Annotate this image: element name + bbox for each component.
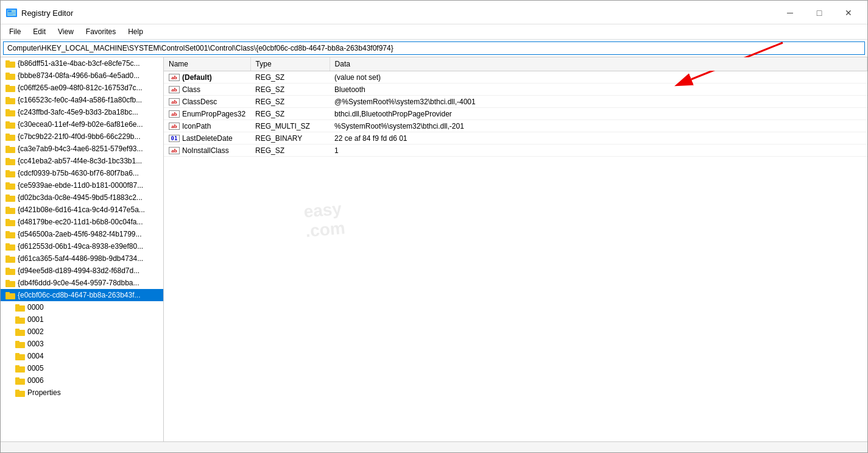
tree-item[interactable]: {c243ffbd-3afc-45e9-b3d3-2ba18bc... <box>1 106 163 118</box>
tree-item-label: 0005 <box>27 364 44 373</box>
svg-rect-4 <box>8 14 13 15</box>
folder-icon <box>5 279 15 287</box>
minimize-button[interactable]: ─ <box>776 4 804 21</box>
table-panel[interactable]: Name Type Data ab (Default)REG_SZ(value … <box>164 57 867 441</box>
folder-icon <box>15 340 25 348</box>
svg-rect-32 <box>5 219 10 221</box>
tree-item[interactable]: {d61ca365-5af4-4486-998b-9db4734... <box>1 252 163 265</box>
tree-item-label: {d612553d-06b1-49ca-8938-e39ef80... <box>18 242 143 251</box>
tree-item[interactable]: 0002 <box>1 326 163 338</box>
title-bar-controls: ─ □ ✕ <box>776 4 863 21</box>
folder-icon <box>5 121 15 129</box>
menu-item-edit[interactable]: Edit <box>27 26 52 38</box>
tree-panel[interactable]: {b86dff51-a31e-4bac-b3cf-e8cfe75c...{bbb… <box>1 57 164 441</box>
tree-item[interactable]: {db4f6ddd-9c0e-45e4-9597-78dbba... <box>1 277 163 289</box>
tree-item[interactable]: {d421b08e-6d16-41ca-9c4d-9147e5a... <box>1 204 163 216</box>
tree-item[interactable]: {d612553d-06b1-49ca-8938-e39ef80... <box>1 240 163 252</box>
menu-item-view[interactable]: View <box>52 26 80 38</box>
table-row[interactable]: 01 LastDeleteDateREG_BINARY22 ce af 84 f… <box>164 132 867 144</box>
folder-icon <box>5 194 15 202</box>
tree-item[interactable]: {bbbe8734-08fa-4966-b6a6-4e5ad0... <box>1 70 163 82</box>
restore-button[interactable]: □ <box>805 4 833 21</box>
tree-item[interactable]: 0004 <box>1 350 163 362</box>
tree-item-label: {c06ff265-ae09-48f0-812c-16753d7c... <box>18 84 143 92</box>
cell-type: REG_SZ <box>250 108 330 120</box>
menu-item-file[interactable]: File <box>3 26 27 38</box>
svg-rect-26 <box>5 182 10 185</box>
tree-item-label: {cc41eba2-ab57-4f4e-8c3d-1bc33b1... <box>18 157 142 165</box>
svg-rect-52 <box>15 341 19 343</box>
col-name[interactable]: Name <box>164 57 250 71</box>
cell-data: %SystemRoot%\system32\bthci.dll,-201 <box>330 120 867 132</box>
menu-item-favorites[interactable]: Favorites <box>80 26 122 38</box>
tree-item[interactable]: 0000 <box>1 301 163 313</box>
svg-rect-10 <box>5 85 10 87</box>
svg-rect-40 <box>5 268 10 270</box>
folder-icon <box>5 84 15 92</box>
tree-item[interactable]: {d94ee5d8-d189-4994-83d2-f68d7d... <box>1 265 163 277</box>
tree-item-label: {c30ecea0-11ef-4ef9-b02e-6af81e6e... <box>18 120 143 129</box>
table-row[interactable]: ab (Default)REG_SZ(value not set) <box>164 71 867 84</box>
svg-rect-34 <box>5 231 10 234</box>
tree-item[interactable]: {d546500a-2aeb-45f6-9482-f4b1799... <box>1 228 163 240</box>
svg-rect-2 <box>8 10 12 12</box>
folder-icon <box>5 157 15 165</box>
folder-icon <box>5 109 15 116</box>
svg-rect-58 <box>15 377 19 380</box>
folder-icon <box>15 389 25 397</box>
table-row[interactable]: ab EnumPropPages32REG_SZbthci.dll,Blueto… <box>164 108 867 120</box>
svg-rect-60 <box>15 390 19 392</box>
tree-item[interactable]: 0005 <box>1 362 163 374</box>
tree-item[interactable]: 0006 <box>1 374 163 387</box>
close-button[interactable]: ✕ <box>834 4 863 21</box>
cell-name: ab ClassDesc <box>164 96 250 108</box>
tree-item[interactable]: {d48179be-ec20-11d1-b6b8-00c04fa... <box>1 216 163 228</box>
tree-item-label: 0000 <box>27 303 44 312</box>
registry-editor-window: Registry Editor ─ □ ✕ FileEditViewFavori… <box>0 0 868 453</box>
table-row[interactable]: ab NoInstallClassREG_SZ1 <box>164 144 867 157</box>
cell-type: REG_SZ <box>250 144 330 157</box>
tree-item[interactable]: 0001 <box>1 313 163 326</box>
menu-item-help[interactable]: Help <box>122 26 149 38</box>
table-row[interactable]: ab ClassDescREG_SZ@%SystemRoot%\system32… <box>164 96 867 108</box>
tree-item[interactable]: Properties <box>1 387 163 399</box>
svg-rect-42 <box>5 280 10 282</box>
svg-rect-44 <box>5 292 10 294</box>
menu-bar: FileEditViewFavoritesHelp <box>1 24 867 40</box>
tree-item[interactable]: 0003 <box>1 338 163 350</box>
tree-item[interactable]: {c30ecea0-11ef-4ef9-b02e-6af81e6e... <box>1 118 163 130</box>
tree-item[interactable]: {c7bc9b22-21f0-4f0d-9bb6-66c229b... <box>1 130 163 143</box>
cell-name: ab EnumPropPages32 <box>164 108 250 120</box>
tree-item-label: {db4f6ddd-9c0e-45e4-9597-78dbba... <box>18 279 139 287</box>
col-data[interactable]: Data <box>330 57 867 71</box>
folder-icon <box>5 230 15 238</box>
tree-item[interactable]: {c06ff265-ae09-48f0-812c-16753d7c... <box>1 82 163 94</box>
tree-item-label: {b86dff51-a31e-4bac-b3cf-e8cfe75c... <box>18 59 140 68</box>
cell-type: REG_SZ <box>250 96 330 108</box>
svg-rect-50 <box>15 329 19 331</box>
table-row[interactable]: ab ClassREG_SZBluetooth <box>164 84 867 96</box>
tree-item-label: Properties <box>27 388 61 397</box>
cell-data: Bluetooth <box>330 84 867 96</box>
registry-table: Name Type Data ab (Default)REG_SZ(value … <box>164 57 867 157</box>
svg-rect-56 <box>15 365 19 368</box>
cell-name: ab Class <box>164 84 250 96</box>
bottom-bar <box>1 441 867 452</box>
tree-item[interactable]: {c166523c-fe0c-4a94-a586-f1a80cfb... <box>1 94 163 106</box>
folder-icon <box>15 304 25 312</box>
tree-item[interactable]: {d02bc3da-0c8e-4945-9bd5-f1883c2... <box>1 191 163 204</box>
svg-rect-24 <box>5 170 10 173</box>
tree-item-label: {d94ee5d8-d189-4994-83d2-f68d7d... <box>18 266 139 275</box>
address-input[interactable] <box>3 41 865 55</box>
tree-item[interactable]: {cdcf0939-b75b-4630-bf76-80f7ba6... <box>1 167 163 179</box>
cell-type: REG_SZ <box>250 71 330 84</box>
table-row[interactable]: ab IconPathREG_MULTI_SZ%SystemRoot%\syst… <box>164 120 867 132</box>
tree-item[interactable]: {e0cbf06c-cd8b-4647-bb8a-263b43f... <box>1 289 163 301</box>
tree-item-label: {d02bc3da-0c8e-4945-9bd5-f1883c2... <box>18 193 143 202</box>
tree-item-label: {c166523c-fe0c-4a94-a586-f1a80cfb... <box>18 96 142 104</box>
tree-item[interactable]: {ce5939ae-ebde-11d0-b181-0000f87... <box>1 179 163 191</box>
col-type[interactable]: Type <box>250 57 330 71</box>
tree-item[interactable]: {cc41eba2-ab57-4f4e-8c3d-1bc33b1... <box>1 155 163 167</box>
tree-item[interactable]: {b86dff51-a31e-4bac-b3cf-e8cfe75c... <box>1 57 163 70</box>
tree-item[interactable]: {ca3e7ab9-b4c3-4ae6-8251-579ef93... <box>1 143 163 155</box>
